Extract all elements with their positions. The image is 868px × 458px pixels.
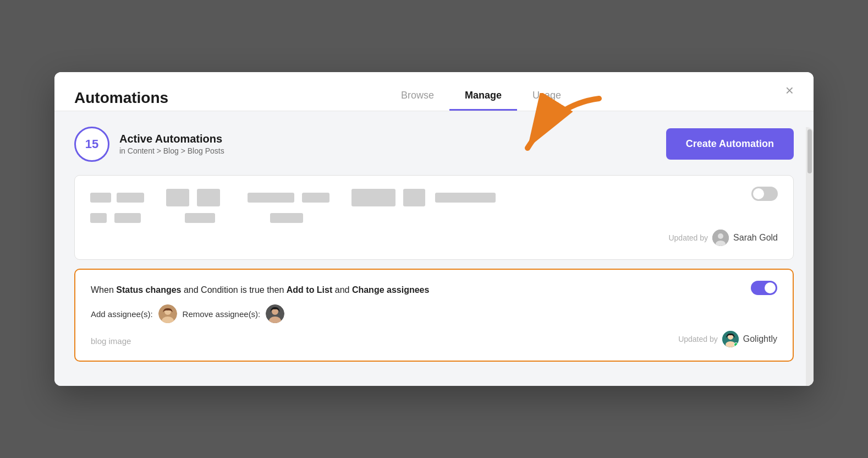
automation-text: When Status changes and Condition is tru…	[91, 283, 777, 297]
tab-usage[interactable]: Usage	[517, 85, 576, 111]
updated-by-name-2: Golightly	[743, 334, 777, 344]
automation-card-1: Updated by Sarah Gold	[74, 175, 794, 260]
tab-manage[interactable]: Manage	[449, 85, 517, 111]
close-button[interactable]: ×	[785, 83, 794, 97]
active-automations-row: 15 Active Automations in Content > Blog …	[74, 127, 794, 162]
redacted-block	[248, 193, 294, 203]
redacted-block	[114, 213, 141, 223]
active-count-badge: 15	[74, 127, 109, 162]
avatar-sarah	[712, 230, 729, 246]
blog-image-label: blog image	[91, 336, 131, 346]
redacted-block	[90, 213, 107, 223]
toggle-1[interactable]	[751, 187, 778, 201]
active-subtitle: in Content > Blog > Blog Posts	[119, 146, 224, 155]
avatar-golightly	[722, 331, 739, 347]
redacted-block	[197, 189, 220, 206]
scrollbar-track[interactable]	[806, 127, 814, 386]
automation-card-2: When Status changes and Condition is tru…	[74, 269, 794, 362]
redacted-block	[90, 193, 111, 203]
tab-browse[interactable]: Browse	[386, 85, 449, 111]
redacted-block	[435, 193, 496, 203]
redacted-block	[185, 213, 215, 223]
create-automation-button[interactable]: Create Automation	[666, 128, 794, 160]
updated-by-2: Updated by Golightly	[678, 331, 777, 347]
modal-title: Automations	[74, 89, 168, 107]
automations-modal: Automations Browse Manage Usage × 15 Act…	[54, 72, 814, 386]
updated-by-label-2: Updated by	[678, 335, 718, 344]
redacted-row-1	[90, 189, 778, 206]
assignee-row: Add assignee(s): Remove assignee(s):	[91, 304, 777, 323]
redacted-block	[403, 189, 425, 206]
updated-by-1: Updated by Sarah Gold	[90, 230, 778, 246]
active-title: Active Automations	[119, 133, 224, 145]
avatar-person2	[266, 304, 284, 323]
active-left: 15 Active Automations in Content > Blog …	[74, 127, 224, 162]
active-info: Active Automations in Content > Blog > B…	[119, 133, 224, 155]
scrollbar-thumb[interactable]	[807, 129, 812, 173]
redacted-block	[117, 193, 144, 203]
card2-footer: blog image Updated by Golightly	[91, 331, 777, 347]
svg-point-2	[718, 233, 723, 239]
avatar-person1	[158, 304, 177, 323]
add-assignee-label: Add assignee(s):	[91, 309, 153, 319]
redacted-block	[270, 213, 303, 223]
redacted-block	[351, 189, 395, 206]
remove-assignee-label: Remove assignee(s):	[183, 309, 261, 319]
modal-header: Automations Browse Manage Usage ×	[54, 72, 814, 111]
toggle-wrap-2[interactable]	[751, 281, 777, 295]
updated-by-label-1: Updated by	[668, 233, 708, 242]
online-dot	[734, 342, 738, 347]
updated-by-name-1: Sarah Gold	[733, 233, 778, 243]
modal-tabs: Browse Manage Usage	[386, 85, 576, 111]
toggle-2[interactable]	[751, 281, 777, 295]
redacted-block	[302, 193, 329, 203]
redacted-row-2	[90, 213, 778, 223]
modal-body: 15 Active Automations in Content > Blog …	[54, 111, 814, 386]
toggle-wrap-1[interactable]	[751, 187, 778, 201]
redacted-block	[166, 189, 189, 206]
